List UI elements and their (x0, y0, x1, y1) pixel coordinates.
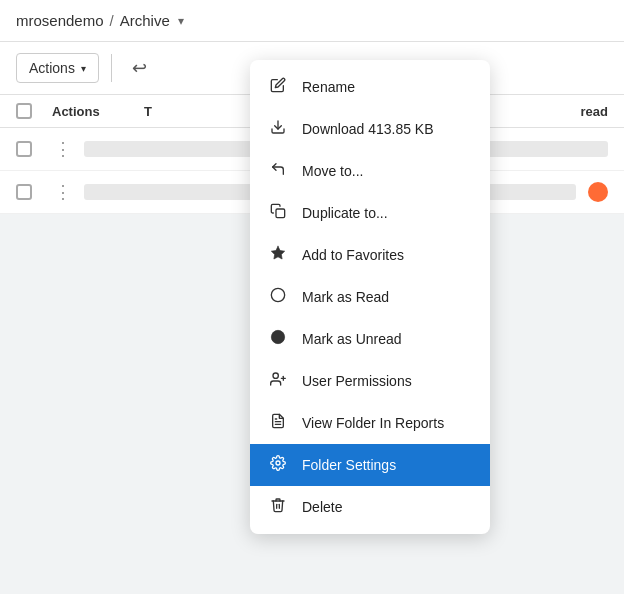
back-icon: ↩ (132, 57, 147, 79)
menu-item-reports-label: View Folder In Reports (302, 415, 444, 431)
svg-point-3 (271, 288, 284, 301)
header-bar: mrosendemo / Archive ▾ (0, 0, 624, 42)
svg-marker-2 (271, 246, 284, 259)
toolbar-divider (111, 54, 112, 82)
menu-item-favorites[interactable]: Add to Favorites (250, 234, 490, 276)
menu-item-delete[interactable]: Delete (250, 486, 490, 528)
menu-item-move-label: Move to... (302, 163, 363, 179)
svg-point-10 (276, 461, 280, 465)
actions-column-header: Actions (52, 104, 132, 119)
trash-icon (268, 497, 288, 517)
select-all-checkbox[interactable] (16, 103, 32, 119)
row-checkbox[interactable] (16, 141, 32, 157)
menu-item-duplicate-label: Duplicate to... (302, 205, 388, 221)
svg-rect-1 (276, 209, 285, 218)
svg-point-4 (271, 330, 284, 343)
menu-item-permissions-label: User Permissions (302, 373, 412, 389)
menu-item-delete-label: Delete (302, 499, 342, 515)
row-checkbox-col (16, 141, 40, 157)
menu-item-download-label: Download 413.85 KB (302, 121, 434, 137)
menu-item-reports[interactable]: View Folder In Reports (250, 402, 490, 444)
circle-filled-icon (268, 329, 288, 349)
actions-button[interactable]: Actions ▾ (16, 53, 99, 83)
document-icon (268, 413, 288, 433)
actions-chevron-icon: ▾ (81, 63, 86, 74)
user-plus-icon (268, 371, 288, 391)
row-actions-icon[interactable]: ⋮ (52, 181, 72, 203)
menu-item-settings-label: Folder Settings (302, 457, 396, 473)
read-column-header: read (548, 104, 608, 119)
row-checkbox-col (16, 184, 40, 200)
context-menu: Rename Download 413.85 KB Move to... (250, 60, 490, 534)
menu-item-download[interactable]: Download 413.85 KB (250, 108, 490, 150)
circle-empty-icon (268, 287, 288, 307)
row-actions-icon[interactable]: ⋮ (52, 138, 72, 160)
duplicate-icon (268, 203, 288, 223)
pencil-icon (268, 77, 288, 97)
row-checkbox[interactable] (16, 184, 32, 200)
chevron-down-icon[interactable]: ▾ (178, 14, 184, 28)
breadcrumb: mrosendemo / Archive ▾ (16, 12, 184, 29)
menu-item-move[interactable]: Move to... (250, 150, 490, 192)
breadcrumb-separator: / (110, 12, 114, 29)
star-icon (268, 245, 288, 265)
menu-item-favorites-label: Add to Favorites (302, 247, 404, 263)
menu-item-mark-unread-label: Mark as Unread (302, 331, 402, 347)
download-icon (268, 119, 288, 139)
menu-item-rename[interactable]: Rename (250, 66, 490, 108)
menu-item-mark-unread[interactable]: Mark as Unread (250, 318, 490, 360)
menu-item-rename-label: Rename (302, 79, 355, 95)
menu-item-mark-read-label: Mark as Read (302, 289, 389, 305)
menu-item-duplicate[interactable]: Duplicate to... (250, 192, 490, 234)
svg-point-5 (273, 373, 278, 378)
breadcrumb-user[interactable]: mrosendemo (16, 12, 104, 29)
menu-item-mark-read[interactable]: Mark as Read (250, 276, 490, 318)
header-checkbox-col (16, 103, 40, 119)
breadcrumb-folder[interactable]: Archive (120, 12, 170, 29)
menu-item-permissions[interactable]: User Permissions (250, 360, 490, 402)
back-button[interactable]: ↩ (124, 52, 156, 84)
gear-icon (268, 455, 288, 475)
actions-label: Actions (29, 60, 75, 76)
unread-badge (588, 182, 608, 202)
move-icon (268, 161, 288, 181)
menu-item-settings[interactable]: Folder Settings (250, 444, 490, 486)
